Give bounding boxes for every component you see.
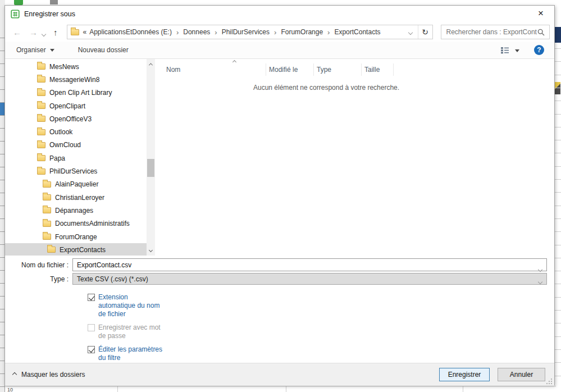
breadcrumb-separator-icon[interactable]: › (213, 28, 218, 37)
close-icon[interactable]: × (532, 7, 550, 20)
cancel-button[interactable]: Annuler (498, 368, 545, 381)
tree-scrollbar[interactable] (147, 59, 155, 256)
breadcrumb-separator-icon[interactable]: › (175, 28, 180, 37)
tree-item-open-clip-art-library[interactable]: Open Clip Art Library (5, 86, 147, 99)
tree-item-phildurservices[interactable]: PhilDurServices (5, 165, 147, 177)
folder-icon (43, 221, 51, 227)
filetype-value: Texte CSV (.csv) (*.csv) (77, 275, 148, 283)
breadcrumb-segment[interactable]: ForumOrange (279, 28, 325, 36)
new-folder-button[interactable]: Nouveau dossier (78, 46, 129, 54)
dialog-title: Enregistrer sous (24, 10, 75, 18)
column-header-nom[interactable]: Nom (158, 63, 266, 76)
tree-item-forumorange[interactable]: ForumOrange (5, 230, 147, 243)
background-gridline (555, 362, 561, 363)
folder-icon (37, 103, 45, 109)
column-header-taille[interactable]: Taille (362, 63, 394, 76)
back-icon[interactable]: ← (13, 28, 21, 37)
background-sheet-edge (555, 0, 561, 392)
folder-icon (37, 116, 45, 122)
tree-item-label: OpenOfficeV3 (49, 115, 92, 123)
column-header-type[interactable]: Type (314, 63, 362, 76)
background-gridline (555, 284, 561, 284)
tree-item-label: PhilDurServices (49, 167, 97, 175)
tree-item-label: DocumentsAdministratifs (55, 220, 130, 227)
tree-item-label: OpenClipart (49, 102, 85, 110)
tree-item-alainpaquelier[interactable]: AlainPaquelier (5, 178, 147, 191)
tree-item-label: MessagerieWin8 (49, 76, 99, 84)
breadcrumb-segment[interactable]: ApplicationsEtDonnées (E:) (88, 28, 174, 36)
background-gridline (555, 336, 561, 337)
background-gridline (555, 48, 561, 49)
breadcrumb-overflow[interactable]: « (83, 28, 87, 36)
forward-icon[interactable]: → (29, 28, 38, 37)
view-dropdown-icon[interactable] (515, 46, 519, 54)
breadcrumb-segment[interactable]: PhilDurServices (220, 28, 271, 36)
tree-item-outlook[interactable]: Outlook (5, 125, 147, 138)
checkbox-checked-icon[interactable] (88, 294, 95, 301)
search-box[interactable] (441, 25, 550, 39)
help-icon[interactable]: ? (534, 45, 544, 55)
background-gridline (555, 323, 561, 323)
background-gridline (555, 127, 561, 127)
tree-item-openofficev3[interactable]: OpenOfficeV3 (5, 112, 147, 125)
option-éditer-les-paramètres-du-filtr[interactable]: Éditer les paramètresdu filtre (88, 345, 162, 362)
organize-menu-button[interactable]: Organiser (16, 46, 54, 54)
filename-input[interactable] (73, 259, 546, 271)
background-gridline (555, 61, 561, 62)
tree-item-label: ExportContacts (60, 246, 106, 254)
breadcrumb-segment[interactable]: ExportContacts (332, 28, 382, 36)
resize-grip[interactable] (546, 379, 552, 384)
breadcrumb: ApplicationsEtDonnées (E:)›Donnees›PhilD… (86, 28, 383, 37)
background-gridline (555, 206, 561, 206)
folder-icon (37, 63, 45, 70)
title-bar[interactable]: Enregistrer sous × (5, 6, 554, 22)
recent-locations-dropdown-icon[interactable] (42, 28, 45, 38)
tree-item-d-pannages[interactable]: Dépannages (5, 204, 147, 217)
background-gridline (555, 271, 561, 271)
tree-item-mesnews[interactable]: MesNews (5, 60, 147, 73)
refresh-icon[interactable]: ↻ (418, 25, 432, 39)
background-chart-fragment (555, 82, 560, 94)
hide-folders-toggle[interactable]: Masquer les dossiers (13, 371, 85, 379)
hide-folders-label: Masquer les dossiers (21, 371, 85, 379)
option-extension-automatique-du-nom-d[interactable]: Extensionautomatique du nomde fichier (88, 293, 162, 318)
folder-icon (43, 194, 51, 200)
breadcrumb-separator-icon[interactable]: › (272, 28, 278, 37)
tree-item-label: Outlook (49, 128, 72, 136)
breadcrumb-segment[interactable]: Donnees (181, 28, 212, 36)
scrollbar-thumb[interactable] (147, 159, 154, 177)
background-gridline (555, 153, 561, 153)
save-button[interactable]: Enregistrer (439, 368, 490, 381)
tree-item-owncloud[interactable]: OwnCloud (5, 139, 147, 152)
background-gridline (555, 310, 561, 311)
scroll-up-icon[interactable] (147, 60, 155, 69)
breadcrumb-separator-icon[interactable]: › (326, 28, 331, 37)
option-enregistrer-avec-mot-de-passe[interactable]: Enregistrer avec motde passe (88, 323, 162, 340)
tree-item-openclipart[interactable]: OpenClipart (5, 99, 147, 112)
tree-item-label: Dépannages (55, 207, 93, 215)
address-dropdown-icon[interactable] (403, 28, 418, 36)
checkbox-unchecked-icon[interactable] (88, 324, 95, 331)
tree-item-papa[interactable]: Papa (5, 152, 147, 165)
up-icon[interactable]: ↑ (53, 28, 58, 37)
checkbox-checked-icon[interactable] (88, 346, 95, 353)
background-gridline (286, 386, 286, 392)
tree-item-exportcontacts[interactable]: ExportContacts (5, 243, 147, 256)
column-header-modifi-le[interactable]: Modifié le (266, 63, 314, 76)
address-bar[interactable]: « ApplicationsEtDonnées (E:)›Donnees›Phi… (67, 25, 433, 39)
search-input[interactable] (446, 28, 537, 36)
tree-item-documentsadministratifs[interactable]: DocumentsAdministratifs (5, 217, 147, 230)
filetype-select[interactable]: Texte CSV (.csv) (*.csv) (72, 273, 547, 285)
details-view-icon[interactable] (500, 47, 509, 54)
background-gridline (555, 297, 561, 298)
background-gridline (555, 114, 561, 115)
tree-item-messageriewin8[interactable]: MessagerieWin8 (5, 73, 147, 86)
tree-item-label: ChristianLeroyer (55, 194, 104, 202)
tree-item-christianleroyer[interactable]: ChristianLeroyer (5, 191, 147, 204)
scroll-down-icon[interactable] (147, 246, 155, 254)
folder-tree-rows: MesNewsMessagerieWin8Open Clip Art Libra… (5, 60, 147, 256)
folder-icon (43, 181, 51, 188)
background-gridline (555, 75, 561, 75)
background-gridline (555, 179, 561, 180)
option-label: Enregistrer avec motde passe (98, 323, 161, 340)
